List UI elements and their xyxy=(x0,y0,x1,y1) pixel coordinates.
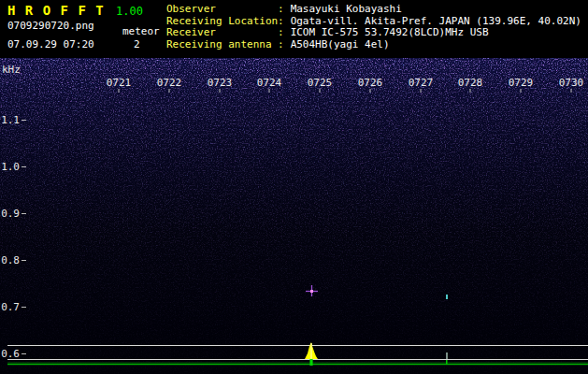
freq-label: 1.0 xyxy=(0,161,20,173)
strong-echo-marker xyxy=(306,285,318,296)
weak-echo-marker xyxy=(446,295,448,299)
info-separator: : xyxy=(278,4,284,16)
freq-label: 0.7 xyxy=(0,301,20,313)
header: H R O F F T 1.00 0709290720.png meteor 0… xyxy=(0,0,588,58)
time-label: 0725 xyxy=(308,77,333,89)
time-label: 0729 xyxy=(509,77,534,89)
minute-ticks xyxy=(119,89,571,93)
freq-label: 1.1 xyxy=(0,114,20,126)
info-value: ICOM IC-575 53.7492(8LCD)MHz USB xyxy=(291,27,489,39)
info-row-antenna: Receiving antenna:A504HB(yagi 4el) xyxy=(166,39,581,51)
frequency-ticks xyxy=(22,121,26,354)
activity-spike-small xyxy=(446,360,448,365)
freq-unit-label: kHz xyxy=(2,64,21,76)
info-row-receiver: Receiver:ICOM IC-575 53.7492(8LCD)MHz US… xyxy=(166,27,581,39)
info-row-observer: Observer:Masayuki Kobayashi xyxy=(166,4,581,16)
observation-timestamp: 07.09.29 07:20 xyxy=(7,38,94,50)
time-label: 0728 xyxy=(458,77,483,89)
station-info-block: Observer:Masayuki Kobayashi Receiving Lo… xyxy=(166,4,581,50)
time-label: 0724 xyxy=(257,77,282,89)
info-label: Receiving antenna xyxy=(166,39,278,51)
freq-label: 0.6 xyxy=(0,348,20,360)
info-label: Observer xyxy=(166,4,278,16)
freq-label: 0.9 xyxy=(0,208,20,220)
output-filename: 0709290720.png xyxy=(7,20,94,32)
hrofft-window: H R O F F T 1.00 0709290720.png meteor 0… xyxy=(0,0,588,374)
info-value: A504HB(yagi 4el) xyxy=(291,39,390,51)
info-separator: : xyxy=(278,39,284,51)
app-version: 1.00 xyxy=(116,5,143,18)
meteor-mode-label: meteor xyxy=(122,25,160,37)
info-value: Masayuki Kobayashi xyxy=(291,4,402,16)
time-label: 0727 xyxy=(409,77,434,89)
meteor-count: 2 xyxy=(134,38,140,50)
info-label: Receiver xyxy=(166,27,278,39)
time-label: 0722 xyxy=(157,77,182,89)
time-label: 0726 xyxy=(358,77,383,89)
time-label: 0730 xyxy=(559,77,584,89)
time-label: 0721 xyxy=(107,77,132,89)
time-label: 0723 xyxy=(208,77,233,89)
freq-label: 0.8 xyxy=(0,254,20,266)
spectrogram-plot: kHz 0721 0722 0723 0724 0725 0726 0727 0… xyxy=(0,58,588,374)
app-title: H R O F F T xyxy=(7,3,105,18)
info-separator: : xyxy=(278,27,284,39)
plot-overlay xyxy=(0,58,588,374)
